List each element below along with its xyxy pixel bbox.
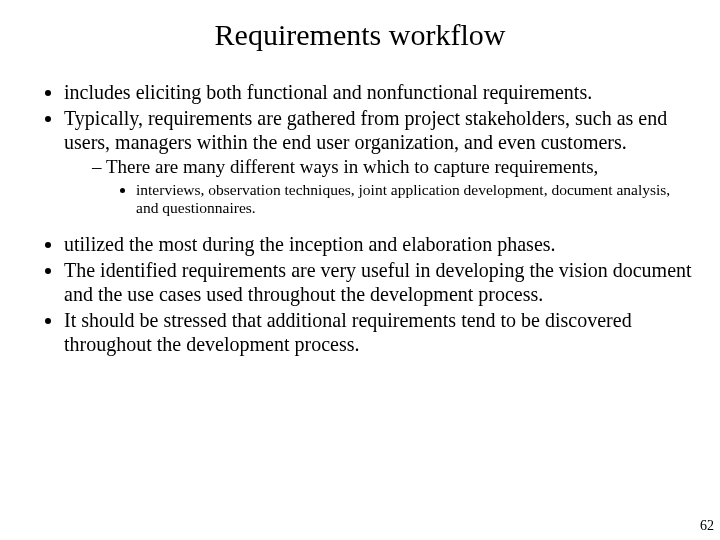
sub-bullet-item: There are many different ways in which t…: [92, 156, 692, 218]
subsub-bullet-list: interviews, observation techniques, join…: [92, 181, 692, 218]
bullet-list: includes eliciting both functional and n…: [28, 80, 692, 218]
bullet-item: Typically, requirements are gathered fro…: [64, 106, 692, 218]
bullet-item: The identified requirements are very use…: [64, 258, 692, 306]
bullet-item: It should be stressed that additional re…: [64, 308, 692, 356]
bullet-text: Typically, requirements are gathered fro…: [64, 107, 667, 153]
bullet-list: utilized the most during the inception a…: [28, 232, 692, 356]
slide-title: Requirements workflow: [28, 18, 692, 52]
sub-bullet-text: There are many different ways in which t…: [106, 156, 598, 177]
bullet-text: It should be stressed that additional re…: [64, 309, 632, 355]
spacer: [28, 222, 692, 232]
subsub-bullet-item: interviews, observation techniques, join…: [136, 181, 692, 218]
page-number: 62: [700, 518, 714, 534]
bullet-item: utilized the most during the inception a…: [64, 232, 692, 256]
subsub-bullet-text: interviews, observation techniques, join…: [136, 181, 670, 217]
bullet-item: includes eliciting both functional and n…: [64, 80, 692, 104]
sub-bullet-list: There are many different ways in which t…: [64, 156, 692, 218]
slide: Requirements workflow includes eliciting…: [0, 0, 720, 540]
bullet-text: The identified requirements are very use…: [64, 259, 692, 305]
bullet-text: utilized the most during the inception a…: [64, 233, 556, 255]
bullet-text: includes eliciting both functional and n…: [64, 81, 592, 103]
